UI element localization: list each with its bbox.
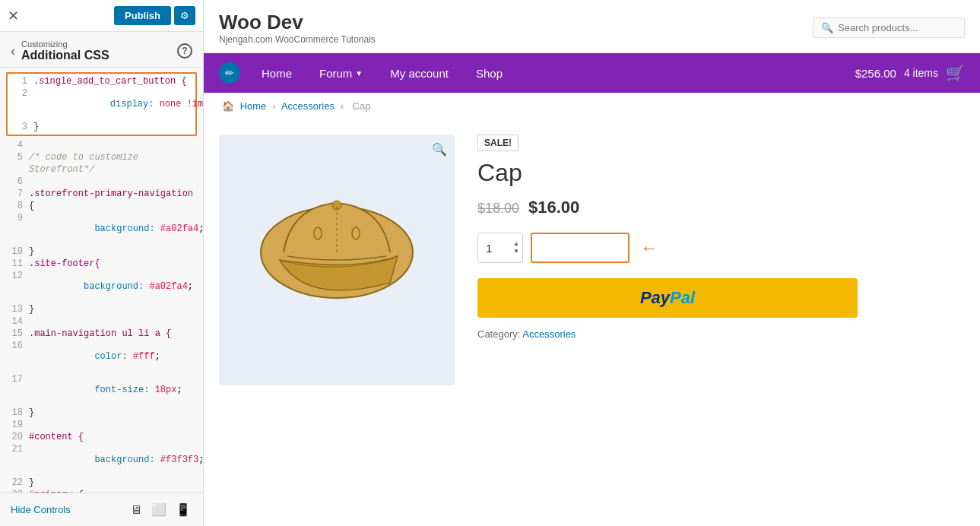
category-label: Category: [477,328,520,340]
sale-badge: SALE! [477,135,519,151]
code-text: } [33,122,39,132]
nav-home[interactable]: Home [249,56,304,90]
panel-header: ‹ Customizing Additional CSS ? [0,32,203,68]
highlighted-code-block: 1 .single_add_to_cart_button { 2 display… [6,72,197,136]
site-name: Woo Dev [219,11,376,34]
site-tagline: Njengah.com WooCommerce Tutorials [219,34,376,45]
line-number: 14 [6,316,23,327]
line-number: 2 [11,88,27,99]
quantity-input[interactable]: 1 ▲ ▼ [477,233,523,263]
gear-button[interactable]: ⚙ [174,6,195,25]
breadcrumb: 🏠 Home › Accessories › Cap [204,93,980,119]
nav-myaccount[interactable]: My account [378,56,461,90]
line-number: 7 [6,189,23,199]
tablet-view-button[interactable]: ⬜ [150,501,168,518]
code-text: color: #fff; [29,341,160,372]
code-text: .storefront-primary-navigation [29,189,193,199]
nav-bar: ✏ Home Forum ▼ My account Shop $256.00 4… [204,53,980,93]
line-number: 21 [6,444,23,455]
paypal-label: PayPal [640,288,695,308]
product-image [238,176,436,344]
line-number: 15 [6,328,23,339]
mobile-view-button[interactable]: 📱 [174,501,192,518]
line-number: 23 [6,490,23,493]
line-number: 9 [6,213,23,223]
code-text: Storefront*/ [29,164,94,175]
code-text: } [29,477,34,488]
code-text: } [29,246,34,257]
line-number: 3 [11,122,27,132]
close-button[interactable]: ✕ [8,8,19,24]
code-text: font-size: 18px; [29,374,182,406]
line-number: 19 [6,420,23,430]
cart-items-count: 4 items [904,67,938,79]
zoom-icon[interactable]: 🔍 [432,142,447,157]
qty-number: 1 [486,242,492,255]
customize-pencil-icon[interactable]: ✏ [219,62,240,84]
breadcrumb-accessories-link[interactable]: Accessories [281,100,335,112]
dropdown-arrow-icon: ▼ [355,69,363,78]
nav-right: $256.00 4 items 🛒 [855,64,965,82]
code-text: } [29,407,34,418]
breadcrumb-home-link[interactable]: Home [240,100,267,112]
nav-shop[interactable]: Shop [464,56,515,90]
line-number: 12 [6,271,23,281]
qty-up-arrow[interactable]: ▲ [513,240,519,248]
line-number: 17 [6,374,23,385]
line-number: 8 [6,201,23,211]
desktop-view-button[interactable]: 🖥 [128,501,144,518]
cart-icon[interactable]: 🛒 [946,64,965,82]
bottom-bar: Hide Controls 🖥 ⬜ 📱 [0,493,203,526]
code-text: background: #a02fa4; [29,213,203,245]
add-to-cart-row: 1 ▲ ▼ ← [477,233,965,263]
search-input[interactable] [838,22,956,33]
help-icon[interactable]: ? [177,43,192,59]
view-icons: 🖥 ⬜ 📱 [128,501,192,518]
old-price: $18.00 [477,201,519,216]
hide-controls-button[interactable]: Hide Controls [11,504,71,515]
code-text: background: #a02fa4; [29,271,193,303]
code-text: #primary { [29,490,84,493]
code-text: .main-navigation ul li a { [29,328,171,339]
product-details: SALE! Cap $18.00 $16.00 1 ▲ ▼ ← [477,135,965,518]
line-number: 10 [6,246,23,257]
line-number: 4 [6,140,23,151]
back-button[interactable]: ‹ [11,43,21,59]
code-text: /* code to customize [29,152,138,163]
line-number: 13 [6,304,23,315]
line-number: 22 [6,477,23,488]
search-box: 🔍 [813,17,965,38]
css-editor[interactable]: 1 .single_add_to_cart_button { 2 display… [0,68,203,493]
orange-arrow-icon: ← [640,237,658,258]
section-title: Additional CSS [21,49,109,62]
search-icon: 🔍 [821,22,833,33]
publish-button[interactable]: Publish [114,6,171,25]
price-box: $18.00 $16.00 [477,198,965,217]
line-number: 6 [6,176,23,187]
nav-forum[interactable]: Forum ▼ [307,56,375,90]
code-text: } [29,304,34,315]
category-link[interactable]: Accessories [522,328,576,340]
line-number: 11 [6,258,23,269]
breadcrumb-home-icon: 🏠 [222,100,234,112]
site-header: Woo Dev Njengah.com WooCommerce Tutorial… [204,0,980,53]
code-text [29,140,34,151]
add-to-cart-button[interactable] [531,233,630,263]
code-text: .site-footer{ [29,258,100,269]
customizer-panel: ✕ Publish ⚙ ‹ Customizing Additional CSS… [0,0,204,526]
line-number [6,164,23,175]
line-number: 16 [6,341,23,351]
new-price: $16.00 [528,198,579,217]
paypal-button[interactable]: PayPal [477,278,858,318]
nav-left: ✏ Home Forum ▼ My account Shop [219,56,515,90]
line-number: 18 [6,407,23,418]
product-name: Cap [477,159,965,187]
line-number: 20 [6,432,23,442]
category-line: Category: Accessories [477,328,965,340]
top-bar: ✕ Publish ⚙ [0,0,203,32]
qty-down-arrow[interactable]: ▼ [513,248,519,255]
cart-amount: $256.00 [855,67,896,80]
preview-panel: Woo Dev Njengah.com WooCommerce Tutorial… [204,0,980,526]
code-text: #content { [29,432,84,442]
line-number: 5 [6,152,23,163]
